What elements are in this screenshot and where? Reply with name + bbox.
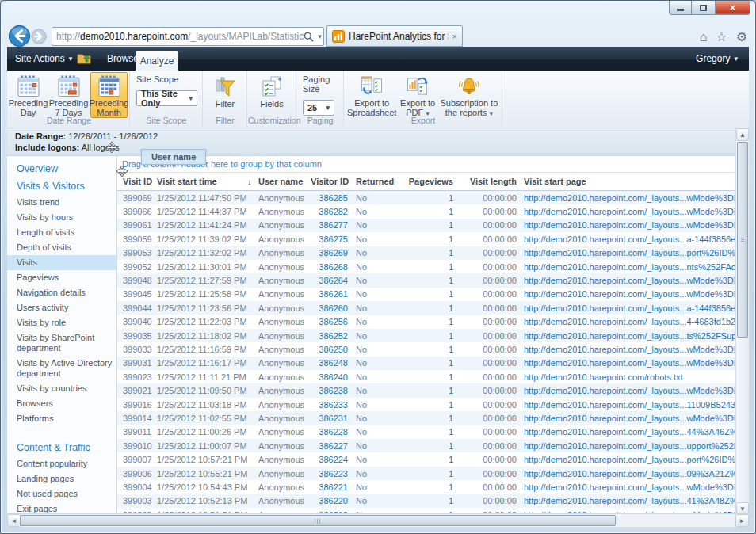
visitor-id-link[interactable]: 386264 [311,276,356,285]
pageviews-link[interactable]: 1 [405,345,455,354]
pageviews-link[interactable]: 1 [405,317,455,326]
visitor-id-link[interactable]: 386231 [311,414,356,423]
sidebar-item[interactable]: Depth of visits [7,240,116,255]
sidebar-item[interactable]: Visits by countries [7,381,116,396]
export-to-pdf-button[interactable]: Export to PDF ▾ [399,72,436,118]
sidebar-item[interactable]: Pageviews [7,270,116,285]
pageviews-link[interactable]: 1 [405,358,455,368]
browser-tab[interactable]: HarePoint Analytics for Sha... × [326,25,463,47]
group-by-dropzone[interactable]: Drag a column header here to group by th… [117,156,749,173]
visit-start-page-link[interactable]: http://demo2010.harepoint.com/_layouts..… [519,248,749,257]
table-row[interactable]: 399007 1/25/2012 10:57:21 PM Anonymous 3… [117,452,749,466]
visitor-id-link[interactable]: 386223 [311,469,356,479]
preceding-day-button[interactable]: Preceding Day [10,72,47,118]
filter-button[interactable]: Filter [206,72,244,118]
visitor-id-link[interactable]: 386268 [311,262,356,272]
pageviews-link[interactable]: 1 [405,483,455,492]
visit-start-page-link[interactable]: http://demo2010.harepoint.com/_layouts..… [519,207,749,216]
sidebar-item[interactable]: Length of visits [7,225,116,240]
pageviews-link[interactable]: 1 [405,414,455,423]
visit-start-page-link[interactable]: http://demo2010.harepoint.com/_layouts..… [519,414,749,423]
pageviews-link[interactable]: 1 [405,207,455,216]
visit-start-page-link[interactable]: http://demo2010.harepoint.com/_layouts..… [519,276,749,285]
sidebar-item[interactable]: Visits [7,255,116,270]
visitor-id-link[interactable]: 386256 [311,317,356,326]
table-row[interactable]: 399045 1/25/2012 11:25:58 PM Anonymous 3… [117,288,749,301]
table-row[interactable]: 399035 1/25/2012 11:18:02 PM Anonymous 3… [117,329,749,342]
fields-button[interactable]: Fields [250,72,293,118]
pageviews-link[interactable]: 1 [405,386,455,395]
visit-start-page-link[interactable]: http://demo2010.harepoint.com/_layouts..… [519,235,749,244]
table-row[interactable]: 399016 1/25/2012 11:03:18 PM Anonymous 3… [117,398,749,411]
visitor-id-link[interactable]: 386252 [311,331,356,341]
forward-button[interactable] [31,29,47,44]
table-row[interactable]: 399069 1/25/2012 11:47:50 PM Anonymous 3… [117,191,749,204]
table-row[interactable]: 399021 1/25/2012 11:09:50 PM Anonymous 3… [117,383,749,397]
table-row[interactable]: 399031 1/25/2012 11:16:17 PM Anonymous 3… [117,357,749,370]
table-row[interactable]: 399003 1/25/2012 10:52:13 PM Anonymous 3… [117,494,749,508]
pageviews-link[interactable]: 1 [405,427,455,437]
column-header-visit-start-time[interactable]: Visit start time [157,177,247,186]
visitor-id-link[interactable]: 386228 [311,427,356,437]
sidebar-item[interactable]: Content & Traffic [7,439,116,456]
address-dropdown-icon[interactable]: ▾ [318,33,322,40]
sidebar-item[interactable]: Exit pages [7,502,116,513]
table-row[interactable]: 399014 1/25/2012 11:02:55 PM Anonymous 3… [117,411,749,425]
pageviews-link[interactable]: 1 [405,496,455,505]
pageviews-link[interactable]: 1 [405,441,455,451]
maximize-button[interactable] [692,1,715,15]
visit-start-page-link[interactable]: http://demo2010.harepoint.com/_layouts..… [519,483,749,492]
visit-start-page-link[interactable]: http://demo2010.harepoint.com/_layouts..… [519,455,749,464]
visitor-id-link[interactable]: 386238 [311,386,356,395]
table-row[interactable]: 399059 1/25/2012 11:39:02 PM Anonymous 3… [117,232,749,246]
sidebar-item[interactable]: Visits by Active Directory department [7,356,116,381]
column-header-visit-length[interactable]: Visit length [455,177,519,186]
sidebar-item[interactable]: Landing pages [7,471,116,486]
table-row[interactable]: 399053 1/25/2012 11:32:02 PM Anonymous 3… [117,246,749,260]
visitor-id-link[interactable]: 386250 [311,345,356,354]
address-bar[interactable]: http://demo2010.harepoint.com/_layouts/M… [52,27,324,46]
vertical-scrollbar[interactable]: ▲ ▼ [735,128,749,515]
table-row[interactable]: 399048 1/25/2012 11:27:59 PM Anonymous 3… [117,273,749,287]
visit-start-page-link[interactable]: http://demo2010.harepoint.com/_layouts..… [519,469,749,479]
column-header-visit-start-page[interactable]: Visit start page [519,177,749,186]
table-row[interactable]: 399006 1/25/2012 10:55:21 PM Anonymous 3… [117,467,749,480]
sidebar-item[interactable]: Visits by hours [7,210,116,225]
table-row[interactable]: 399040 1/25/2012 11:22:03 PM Anonymous 3… [117,315,749,329]
minimize-button[interactable] [669,1,692,15]
visit-start-page-link[interactable]: http://demo2010.harepoint.com/_layouts..… [519,386,749,395]
table-row[interactable]: 399002 1/25/2012 10:51:51 PM Anonymous 3… [117,508,749,513]
table-row[interactable]: 399010 1/25/2012 11:00:07 PM Anonymous 3… [117,439,749,452]
table-row[interactable]: 399061 1/25/2012 11:41:24 PM Anonymous 3… [117,219,749,232]
pageviews-link[interactable]: 1 [405,276,455,285]
visitor-id-link[interactable]: 386285 [311,193,356,203]
visitor-id-link[interactable]: 386282 [311,207,356,216]
horizontal-scrollbar-thumb[interactable] [20,515,616,526]
navigate-up-icon[interactable] [77,52,92,64]
visit-start-page-link[interactable]: http://demo2010.harepoint.com/_layouts..… [519,400,749,410]
visitor-id-link[interactable]: 386224 [311,455,356,464]
table-row[interactable]: 399044 1/25/2012 11:23:56 PM Anonymous 3… [117,301,749,315]
visitor-id-link[interactable]: 386227 [311,441,356,451]
visit-start-page-link[interactable]: http://demo2010.harepoint.com/_layouts..… [519,496,749,505]
window-close-button[interactable]: × [715,1,750,15]
user-menu[interactable]: Gregory ▾ [696,53,738,64]
scroll-up-icon[interactable]: ▲ [736,128,749,141]
sidebar-item[interactable]: Visits by role [7,315,116,330]
table-row[interactable]: 399066 1/25/2012 11:44:37 PM Anonymous 3… [117,204,749,218]
pageviews-link[interactable]: 1 [405,303,455,313]
visitor-id-link[interactable]: 386269 [311,248,356,257]
visitor-id-link[interactable]: 386233 [311,400,356,410]
scroll-left-icon[interactable]: ◄ [7,514,21,527]
visit-start-page-link[interactable]: http://demo2010.harepoint.com/robots.txt [519,372,749,382]
pageviews-link[interactable]: 1 [405,235,455,244]
sidebar-item[interactable]: Visits by SharePoint department [7,330,116,356]
sidebar-item[interactable]: Visits trend [7,195,116,210]
visitor-id-link[interactable]: 386220 [311,496,356,505]
sidebar-item[interactable]: Overview [7,160,116,177]
sidebar-item[interactable]: Users activity [7,300,116,315]
tab-analyze[interactable]: Analyze [136,51,178,71]
visit-start-page-link[interactable]: http://demo2010.harepoint.com/_layouts..… [519,262,749,272]
site-scope-dropdown[interactable]: This Site Only ▾ [136,90,197,106]
paging-size-dropdown[interactable]: 25 ▾ [303,100,334,116]
